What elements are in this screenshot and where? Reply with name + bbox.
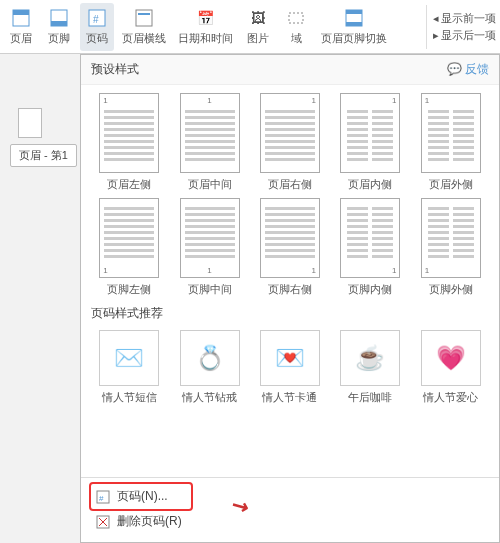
page-number-menu-item[interactable]: # 页码(N)... [91,484,191,509]
style-caption: 页眉右侧 [268,177,312,192]
style-preview: 1 [421,93,481,173]
recommended-style-caption: 情人节短信 [102,390,157,405]
svg-rect-3 [51,21,67,26]
show-next-button[interactable]: ▸ 显示后一项 [433,28,496,43]
breadcrumb-label: 页眉 - 第1 [19,149,68,161]
ribbon-datetime-button[interactable]: 📅 日期和时间 [174,3,237,51]
ribbon-label: 页脚 [48,31,70,46]
style-caption: 页脚内侧 [348,282,392,297]
ribbon-pagenumber-button[interactable]: # 页码 [80,3,114,51]
recommended-style-thumb[interactable]: 💍情人节钻戒 [171,330,247,405]
recommended-style-thumb[interactable]: 💗情人节爱心 [413,330,489,405]
style-caption: 页脚中间 [188,282,232,297]
feedback-label: 反馈 [465,62,489,76]
style-preview: 1 [180,198,240,278]
recommended-style-preview: ☕ [340,330,400,386]
style-preview: 1 [260,93,320,173]
footer-icon [48,7,70,29]
style-caption: 页脚左侧 [107,282,151,297]
page-number-marker: 1 [103,96,107,105]
ribbon-label: 域 [291,31,302,46]
recommended-style-thumb[interactable]: 💌情人节卡通 [252,330,328,405]
delete-page-number-icon [95,514,111,530]
recommended-style-preview: ✉️ [99,330,159,386]
style-preview: 1 [421,198,481,278]
page-number-marker: 1 [425,96,429,105]
style-preview: 1 [180,93,240,173]
preset-style-thumb[interactable]: 1页脚外侧 [413,198,489,297]
pagenumber-dropdown-panel: 预设样式 💬 反馈 1页眉左侧1页眉中间1页眉右侧1页眉内侧1页眉外侧1页脚左侧… [80,54,500,543]
recommended-style-caption: 午后咖啡 [348,390,392,405]
recommended-style-preview: 💗 [421,330,481,386]
toggle-icon [343,7,365,29]
prev-icon: ◂ [433,12,439,25]
ribbon-label: 页眉横线 [122,31,166,46]
preset-style-thumb[interactable]: 1页脚中间 [171,198,247,297]
style-caption: 页眉内侧 [348,177,392,192]
style-preview: 1 [340,93,400,173]
style-preview: 1 [260,198,320,278]
svg-rect-10 [346,10,362,14]
preset-style-thumb[interactable]: 1页眉中间 [171,93,247,192]
style-caption: 页脚右侧 [268,282,312,297]
svg-text:#: # [93,14,99,25]
style-caption: 页眉外侧 [429,177,473,192]
headerline-icon [133,7,155,29]
style-caption: 页脚外侧 [429,282,473,297]
ribbon-label: 页码 [86,31,108,46]
ribbon-header-footer-toggle-button[interactable]: 页眉页脚切换 [317,3,391,51]
ribbon-header-button[interactable]: 页眉 [4,3,38,51]
recommended-styles-title: 页码样式推荐 [81,297,499,322]
preset-styles-title: 预设样式 [91,61,139,78]
svg-text:#: # [99,494,104,503]
calendar-icon: 📅 [195,7,217,29]
recommended-style-preview: 💌 [260,330,320,386]
ribbon-label: 图片 [247,31,269,46]
page-number-icon: # [95,489,111,505]
ribbon-footer-button[interactable]: 页脚 [42,3,76,51]
preset-style-thumb[interactable]: 1页脚内侧 [332,198,408,297]
preset-style-thumb[interactable]: 1页眉右侧 [252,93,328,192]
page-number-marker: 1 [207,96,211,105]
ribbon-right-group: ◂ 显示前一项 ▸ 显示后一项 [426,5,496,49]
page-number-marker: 1 [312,266,316,275]
show-previous-button[interactable]: ◂ 显示前一项 [433,11,496,26]
page-number-marker: 1 [312,96,316,105]
recommended-style-thumb[interactable]: ✉️情人节短信 [91,330,167,405]
recommended-style-caption: 情人节爱心 [423,390,478,405]
preset-style-thumb[interactable]: 1页脚左侧 [91,198,167,297]
svg-rect-11 [346,22,362,26]
svg-rect-1 [13,10,29,15]
ribbon-toolbar: 页眉 页脚 # 页码 页眉横线 📅 日期和时间 🖼 图片 域 页眉页脚切 [0,0,500,54]
page-number-marker: 1 [425,266,429,275]
page-number-marker: 1 [207,266,211,275]
recommended-styles-grid: ✉️情人节短信💍情人节钻戒💌情人节卡通☕午后咖啡💗情人节爱心 [81,322,499,405]
delete-page-number-menu-label: 删除页码(R) [117,513,182,530]
ribbon-header-line-button[interactable]: 页眉横线 [118,3,170,51]
style-preview: 1 [340,198,400,278]
recommended-style-caption: 情人节钻戒 [182,390,237,405]
preset-style-thumb[interactable]: 1页眉左侧 [91,93,167,192]
delete-page-number-menu-item[interactable]: 删除页码(R) [91,509,489,534]
header-section-indicator: 页眉 - 第1 [10,144,77,167]
style-preview: 1 [99,93,159,173]
preset-style-thumb[interactable]: 1页脚右侧 [252,198,328,297]
preset-style-thumb[interactable]: 1页眉内侧 [332,93,408,192]
recommended-style-preview: 💍 [180,330,240,386]
page-corner-preview [18,108,42,138]
ribbon-image-button[interactable]: 🖼 图片 [241,3,275,51]
ribbon-field-button[interactable]: 域 [279,3,313,51]
show-previous-label: 显示前一项 [441,11,496,26]
header-icon [10,7,32,29]
dropdown-header: 预设样式 💬 反馈 [81,55,499,85]
show-next-label: 显示后一项 [441,28,496,43]
preset-style-thumb[interactable]: 1页眉外侧 [413,93,489,192]
ribbon-label: 页眉页脚切换 [321,31,387,46]
page-number-marker: 1 [103,266,107,275]
recommended-style-thumb[interactable]: ☕午后咖啡 [332,330,408,405]
preset-styles-grid: 1页眉左侧1页眉中间1页眉右侧1页眉内侧1页眉外侧1页脚左侧1页脚中间1页脚右侧… [81,85,499,297]
svg-rect-6 [136,10,152,26]
feedback-link[interactable]: 💬 反馈 [447,61,489,78]
dropdown-bottom-menu: # 页码(N)... 删除页码(R) ↘ [81,477,499,542]
next-icon: ▸ [433,29,439,42]
